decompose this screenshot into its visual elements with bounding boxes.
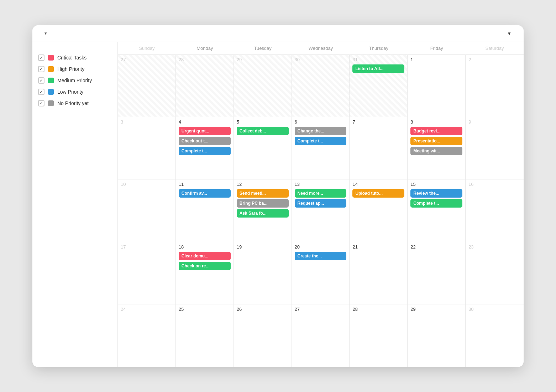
- day-number: 19: [237, 244, 242, 250]
- day-number: 4: [179, 119, 181, 125]
- calendar-day[interactable]: 23: [466, 242, 524, 304]
- day-header-friday: Friday: [408, 42, 466, 54]
- calendar-day[interactable]: 9: [466, 117, 524, 179]
- calendar-day[interactable]: 4Urgent quot...Check out t...Complete t.…: [176, 117, 234, 179]
- event-pill[interactable]: Request ap...: [295, 199, 347, 208]
- calendar-day[interactable]: 6Change the...Complete t...: [292, 117, 350, 179]
- calendar-day[interactable]: 30: [466, 304, 524, 367]
- day-number: 17: [121, 244, 126, 250]
- prev-nav-button[interactable]: [51, 33, 55, 34]
- event-pill[interactable]: Change the...: [295, 127, 347, 135]
- calendar-day[interactable]: 26: [234, 304, 292, 367]
- day-number: 16: [468, 182, 473, 187]
- event-pill[interactable]: Listen to Atl...: [352, 64, 404, 73]
- calendar-day[interactable]: 21: [350, 242, 408, 304]
- week-3: 1718Clear demu...Check on re...1920Creat…: [118, 242, 524, 304]
- day-number: 26: [237, 307, 242, 312]
- checkbox-high[interactable]: [38, 66, 44, 72]
- calendar-day[interactable]: 15Review the...Complete t...: [408, 179, 466, 241]
- sidebar-item-low[interactable]: Low Priority: [32, 86, 117, 98]
- calendar-day[interactable]: 29: [234, 55, 292, 117]
- event-pill[interactable]: Upload tuto...: [352, 189, 404, 198]
- checkbox-low[interactable]: [38, 89, 44, 95]
- event-pill[interactable]: Confirm av...: [179, 189, 231, 198]
- day-number: 5: [237, 119, 239, 125]
- calendar-body: 2728293031Listen to Atl...1234Urgent quo…: [118, 55, 524, 367]
- calendar-day[interactable]: 12Send meeti...Bring PC ba...Ask Sara fo…: [234, 179, 292, 241]
- calendar-day[interactable]: 16: [466, 179, 524, 241]
- event-pill[interactable]: Review the...: [410, 189, 462, 198]
- calendar-day[interactable]: 7: [350, 117, 408, 179]
- checkbox-critical[interactable]: [38, 54, 44, 61]
- event-pill[interactable]: Send meeti...: [237, 189, 289, 198]
- calendar-day[interactable]: 24: [118, 304, 176, 367]
- day-number: 6: [295, 119, 297, 125]
- calendar-day[interactable]: 5Collect deb...: [234, 117, 292, 179]
- event-pill[interactable]: Need more...: [295, 189, 347, 198]
- day-number: 28: [352, 307, 357, 312]
- calendar-day[interactable]: 19: [234, 242, 292, 304]
- event-pill[interactable]: Clear demu...: [179, 252, 231, 260]
- event-pill[interactable]: Create the...: [295, 252, 347, 260]
- app-container: ▾ ▾ Critical Tasks High Priority: [32, 25, 524, 367]
- week-2: 1011Confirm av...12Send meeti...Bring PC…: [118, 179, 524, 242]
- event-pill[interactable]: Budget revi...: [410, 127, 462, 135]
- month-dropdown-icon[interactable]: ▾: [44, 31, 47, 36]
- day-number: 18: [179, 244, 184, 250]
- calendar-day[interactable]: 2: [466, 55, 524, 117]
- day-number: 23: [468, 244, 473, 250]
- event-pill[interactable]: Complete t...: [179, 147, 231, 155]
- day-number: 29: [410, 307, 415, 312]
- calendar-day[interactable]: 28: [176, 55, 234, 117]
- calendar-day[interactable]: 3: [118, 117, 176, 179]
- day-number: 29: [237, 57, 242, 62]
- event-pill[interactable]: Presentatio...: [410, 137, 462, 145]
- sidebar-item-medium[interactable]: Medium Priority: [32, 75, 117, 86]
- day-number: 13: [295, 182, 300, 187]
- calendar-day[interactable]: 25: [176, 304, 234, 367]
- calendar-day[interactable]: 10: [118, 179, 176, 241]
- event-pill[interactable]: Urgent quot...: [179, 127, 231, 135]
- day-number: 21: [352, 244, 357, 250]
- view-selector[interactable]: ▾: [507, 30, 511, 37]
- event-pill[interactable]: Ask Sara fo...: [237, 209, 289, 218]
- calendar-day[interactable]: 20Create the...: [292, 242, 350, 304]
- next-nav-button[interactable]: [62, 33, 66, 34]
- event-pill[interactable]: Collect deb...: [237, 127, 289, 135]
- event-pill[interactable]: Check out t...: [179, 137, 231, 145]
- sidebar-item-critical[interactable]: Critical Tasks: [32, 52, 117, 63]
- day-number: 7: [352, 119, 355, 125]
- event-pill[interactable]: Check on re...: [179, 262, 231, 270]
- checkbox-none[interactable]: [38, 100, 44, 106]
- calendar-day[interactable]: 22: [408, 242, 466, 304]
- calendar-day[interactable]: 14Upload tuto...: [350, 179, 408, 241]
- day-number: 30: [468, 307, 473, 312]
- cal-label-low: Low Priority: [57, 89, 83, 95]
- event-pill[interactable]: Meeting wit...: [410, 147, 462, 155]
- calendar-day[interactable]: 8Budget revi...Presentatio...Meeting wit…: [408, 117, 466, 179]
- day-number: 10: [121, 182, 126, 187]
- week-4: 24252627282930: [118, 304, 524, 367]
- event-pill[interactable]: Complete t...: [410, 199, 462, 208]
- checkbox-medium[interactable]: [38, 77, 44, 84]
- header-left: ▾: [41, 31, 507, 36]
- calendar-day[interactable]: 1: [408, 55, 466, 117]
- sidebar-item-none[interactable]: No Priority yet: [32, 98, 117, 109]
- color-dot-high: [48, 66, 54, 72]
- day-header-sunday: Sunday: [118, 42, 176, 54]
- calendar-day[interactable]: 30: [292, 55, 350, 117]
- calendar-day[interactable]: 27: [118, 55, 176, 117]
- color-dot-none: [48, 100, 54, 106]
- calendar-day[interactable]: 18Clear demu...Check on re...: [176, 242, 234, 304]
- calendar-day[interactable]: 28: [350, 304, 408, 367]
- calendar-day[interactable]: 17: [118, 242, 176, 304]
- calendar-day[interactable]: 27: [292, 304, 350, 367]
- calendar-day[interactable]: 13Need more...Request ap...: [292, 179, 350, 241]
- sidebar-item-high[interactable]: High Priority: [32, 63, 117, 75]
- event-pill[interactable]: Complete t...: [295, 137, 347, 145]
- calendar-day[interactable]: 31Listen to Atl...: [350, 55, 408, 117]
- calendar-day[interactable]: 29: [408, 304, 466, 367]
- event-pill[interactable]: Bring PC ba...: [237, 199, 289, 208]
- day-number: 3: [121, 119, 123, 125]
- calendar-day[interactable]: 11Confirm av...: [176, 179, 234, 241]
